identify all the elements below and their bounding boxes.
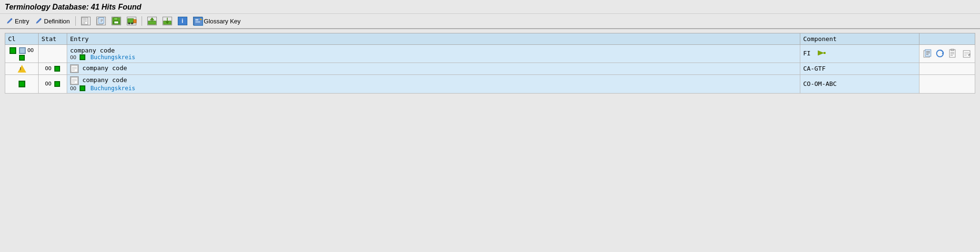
glossary-key-button[interactable]: Glossary Key [191,16,243,26]
svg-rect-23 [195,19,198,21]
stat-cell-2: OO [39,63,67,74]
action-cell-2 [919,63,975,74]
svg-rect-9 [114,21,118,23]
transport-icon [127,17,136,25]
glossary-key-label: Glossary Key [204,18,241,25]
component-cell-2: CA-GTF [800,63,919,74]
blue-square-icon [19,47,26,54]
stat-cell-3: OO [39,74,67,93]
svg-rect-36 [951,49,954,51]
component-text-3: CO-OM-ABC [803,80,837,87]
oo-stat-icon-3: OO [45,81,51,87]
save-button[interactable] [110,16,123,26]
page-title: Terminology Database: 41 Hits Found [5,3,975,11]
svg-rect-2 [83,21,87,21]
glossary-icon [193,17,203,25]
component-cell: FI [800,45,919,63]
cl-cell-3 [5,74,39,93]
refresh-icon[interactable] [935,48,945,59]
cl-cell: OO [5,45,39,63]
stat-green-icon-3 [54,81,60,87]
entry-button[interactable]: Entry [4,16,31,26]
table-row: OO company code [5,74,975,93]
upload-button[interactable] [145,16,159,26]
header-actions [919,33,975,45]
download-button[interactable] [161,16,174,26]
component-cell-3: CO-OM-ABC [800,74,919,93]
definition-label: Definition [44,18,70,25]
entry-sub-text-3: OO Buchungskreis [70,85,797,92]
note-icon[interactable] [961,49,972,59]
new-icon [81,17,91,25]
green-square-icon-3 [19,81,25,87]
entry-cell-3: company code OO Buchungskreis [67,74,800,93]
entry-cell-2: company code [67,63,800,74]
table-row: OO company code CA-GTF [5,63,975,74]
entry-cell: company code OO Buchungskreis [67,45,800,63]
warning-triangle-icon [18,65,26,73]
toolbar: Entry Definition [0,14,980,29]
svg-rect-15 [148,21,156,24]
action-icons [922,48,972,59]
entry-sub-text: OO Buchungskreis [70,54,797,61]
green-square-icon [10,47,16,54]
svg-rect-31 [926,52,930,53]
svg-rect-24 [195,21,200,22]
oo-icon: OO [28,47,34,53]
green-square-sm-icon [19,55,25,61]
sub-green-icon-3 [80,85,85,91]
entry-main-text-2: company code [82,64,127,72]
doc-copy-icon[interactable] [922,48,933,59]
oo-stat-icon: OO [45,65,51,72]
svg-marker-34 [942,52,943,55]
info-icon: i [178,17,187,25]
copy-icon [96,17,106,25]
info-button[interactable]: i [176,16,189,26]
separator-2 [142,16,142,26]
svg-rect-37 [950,52,954,53]
content-area: Cl Stat Entry Component OO company code [0,29,980,97]
transport-button[interactable] [125,16,138,26]
separator-1 [75,16,76,26]
svg-rect-27 [824,52,826,54]
sub-oo-icon: OO [70,54,76,61]
svg-rect-32 [926,54,929,55]
definition-button[interactable]: Definition [33,16,71,26]
table-row: OO company code OO Buchungskreis FI [5,45,975,63]
save-icon [112,17,121,25]
copy-button[interactable] [94,16,108,26]
entry-label: Entry [15,18,29,25]
svg-rect-30 [926,51,930,52]
header-component: Component [800,33,919,45]
svg-rect-1 [83,19,87,20]
arrow-right-icon [817,49,827,59]
action-cell-3 [919,74,975,93]
new-button[interactable] [79,16,92,26]
svg-rect-3 [83,22,85,23]
upload-icon [147,17,157,25]
title-bar: Terminology Database: 41 Hits Found [0,0,980,14]
page-icon [70,64,79,73]
page-icon-3 [70,76,79,85]
clipboard-icon[interactable] [947,48,958,59]
header-stat: Stat [39,33,67,45]
svg-rect-38 [950,53,954,54]
svg-point-11 [128,22,130,24]
svg-rect-7 [114,18,118,20]
sub-green-icon [80,54,85,60]
pencil-icon-2 [35,17,42,25]
component-text: FI [803,50,811,57]
entry-main-text-3: company code [82,76,127,84]
header-entry: Entry [67,33,800,45]
stat-green-icon [54,66,60,72]
svg-point-12 [131,22,133,24]
action-cell [919,45,975,63]
stat-cell [39,45,67,63]
svg-marker-26 [818,51,824,55]
cl-cell-2 [5,63,39,74]
download-icon [163,17,172,25]
sub-oo-icon-3: OO [70,85,76,92]
table-header-row: Cl Stat Entry Component [5,33,975,45]
svg-rect-39 [950,55,953,56]
results-table: Cl Stat Entry Component OO company code [5,33,975,94]
